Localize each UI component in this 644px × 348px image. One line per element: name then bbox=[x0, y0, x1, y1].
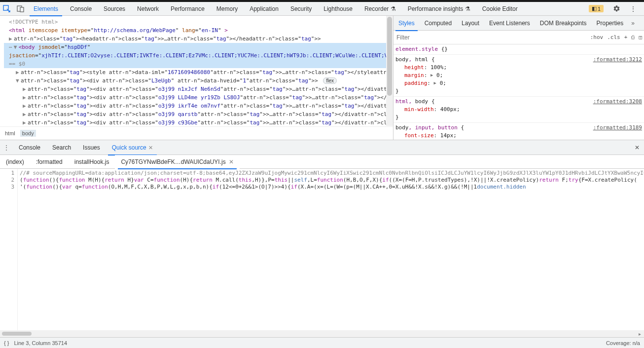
tab-recorder-[interactable]: Recorder ⚗ bbox=[358, 2, 402, 16]
tab-network[interactable]: Network bbox=[131, 2, 165, 16]
styles-tab-dom-breakpoints[interactable]: DOM Breakpoints bbox=[535, 16, 592, 31]
tree-node-selected[interactable]: ⋯▼<body jsmodel="hspDDf" jsaction="xjhTI… bbox=[4, 43, 393, 68]
source-link[interactable]: :formatted:3212 bbox=[593, 56, 642, 64]
tree-node[interactable]: ▼attr-n">class="tag"><div attr-n">class=… bbox=[4, 77, 393, 85]
crumb-html[interactable]: html bbox=[3, 130, 17, 137]
drawer-tab-issues[interactable]: Issues bbox=[77, 140, 106, 155]
tab-console[interactable]: Console bbox=[64, 2, 98, 16]
styles-tab-computed[interactable]: Computed bbox=[420, 16, 457, 31]
close-icon[interactable]: ✕ bbox=[229, 158, 234, 165]
tree-node[interactable]: ▶attr-n">class="tag"><div attr-n">class=… bbox=[4, 102, 393, 110]
gear-icon[interactable] bbox=[609, 2, 623, 16]
source-tab[interactable]: :formatted bbox=[30, 155, 69, 169]
scrollbar-horizontal[interactable]: ▸ bbox=[0, 330, 644, 337]
tab-elements[interactable]: Elements bbox=[28, 2, 64, 16]
tree-node[interactable]: <!DOCTYPE html> bbox=[4, 18, 393, 26]
flex-badge[interactable]: flex bbox=[323, 77, 337, 84]
drawer-kebab-icon[interactable]: ⋮ bbox=[0, 144, 13, 151]
css-rule[interactable]: :formatted:3212body, html {height: 100%;… bbox=[394, 55, 644, 97]
tab-performance-insights-[interactable]: Performance insights ⚗ bbox=[402, 2, 476, 16]
crumb-body[interactable]: body bbox=[20, 130, 36, 137]
styles-tab-strip: StylesComputedLayoutEvent ListenersDOM B… bbox=[394, 16, 644, 31]
tab-sources[interactable]: Sources bbox=[98, 2, 131, 16]
drawer-tab-search[interactable]: Search bbox=[46, 140, 77, 155]
tree-node[interactable]: ▶attr-n">class="tag"><div attr-n">class=… bbox=[4, 118, 393, 126]
source-link[interactable]: :formatted:3189 bbox=[593, 124, 642, 132]
tab-security[interactable]: Security bbox=[285, 2, 318, 16]
tab-cookie-editor[interactable]: Cookie Editor bbox=[476, 2, 524, 16]
coverage-status: Coverage: n/a bbox=[606, 340, 640, 346]
tree-node[interactable]: ▶attr-n">class="tag"><headattr-n">class=… bbox=[4, 35, 393, 43]
pretty-print-icon[interactable]: { } bbox=[4, 340, 9, 346]
css-rule[interactable]: :formatted:3189body, input, button {font… bbox=[394, 123, 644, 140]
close-icon[interactable]: ✕ bbox=[148, 145, 153, 151]
cls-toggle[interactable]: .cls bbox=[605, 34, 622, 40]
css-rule[interactable]: element.style {} bbox=[394, 44, 644, 55]
styles-tab-styles[interactable]: Styles bbox=[394, 16, 420, 31]
kebab-icon[interactable]: ⋮ bbox=[626, 2, 640, 16]
breadcrumb: htmlbody bbox=[0, 126, 393, 139]
code-editor[interactable]: 123 //# sourceMappingURL=data:applicatio… bbox=[0, 169, 644, 330]
hov-toggle[interactable]: :hov bbox=[588, 34, 606, 40]
elements-panel: <!DOCTYPE html><html itemscope itemtype=… bbox=[0, 16, 394, 140]
cursor-position: Line 3, Column 35714 bbox=[14, 340, 67, 346]
tab-performance[interactable]: Performance bbox=[165, 2, 211, 16]
styles-tab-properties[interactable]: Properties bbox=[592, 16, 629, 31]
dom-tree[interactable]: <!DOCTYPE html><html itemscope itemtype=… bbox=[0, 16, 393, 126]
source-tab-strip: (index):formattedinstallHook.jsCy76TGYNw… bbox=[0, 155, 644, 169]
drawer-tab-console[interactable]: Console bbox=[13, 140, 46, 155]
device-toggle-icon[interactable] bbox=[14, 2, 28, 16]
tree-node[interactable]: ▶attr-n">class="tag"><style attr-n">data… bbox=[4, 68, 393, 77]
close-drawer-icon[interactable]: ✕ bbox=[630, 144, 644, 151]
status-bar: { } Line 3, Column 35714 Coverage: n/a bbox=[0, 337, 644, 348]
new-rule-icon[interactable]: + bbox=[622, 34, 630, 40]
source-tab[interactable]: installHook.js bbox=[69, 155, 115, 169]
styles-panel: StylesComputedLayoutEvent ListenersDOM B… bbox=[394, 16, 644, 140]
source-link[interactable]: :formatted:3208 bbox=[593, 98, 642, 106]
tree-node[interactable]: ▶attr-n">class="tag"><div attr-n">class=… bbox=[4, 85, 393, 93]
styles-tab-layout[interactable]: Layout bbox=[457, 16, 484, 31]
svg-rect-2 bbox=[20, 7, 24, 12]
inspect-icon[interactable] bbox=[0, 2, 14, 16]
tree-node[interactable]: ▶attr-n">class="tag"><div attr-n">class=… bbox=[4, 110, 393, 118]
styles-filter-input[interactable] bbox=[394, 32, 588, 43]
drawer-tab-quick-source[interactable]: Quick source✕ bbox=[106, 140, 159, 155]
source-tab[interactable]: (index) bbox=[0, 155, 30, 169]
scrollbar-vertical[interactable] bbox=[386, 16, 393, 126]
computed-toggle-icon[interactable]: ◫ bbox=[637, 34, 644, 40]
tree-node[interactable]: ▶attr-n">class="tag"><div attr-n">class=… bbox=[4, 93, 393, 102]
tab-memory[interactable]: Memory bbox=[211, 2, 244, 16]
print-icon[interactable]: ⎙ bbox=[629, 34, 637, 40]
more-tabs-icon[interactable]: » bbox=[628, 20, 638, 27]
tab-lighthouse[interactable]: Lighthouse bbox=[318, 2, 358, 16]
main-tab-strip: ElementsConsoleSourcesNetworkPerformance… bbox=[0, 2, 644, 16]
tab-application[interactable]: Application bbox=[244, 2, 285, 16]
styles-tab-event-listeners[interactable]: Event Listeners bbox=[484, 16, 535, 31]
source-tab[interactable]: Cy76TGYNwlBdeFK…dWAUlCdaUYI.js✕ bbox=[115, 155, 239, 169]
drawer-tab-strip: ⋮ ConsoleSearchIssuesQuick source✕✕ bbox=[0, 140, 644, 155]
drawer: ⋮ ConsoleSearchIssuesQuick source✕✕ (ind… bbox=[0, 140, 644, 348]
tree-node[interactable]: <html itemscope itemtype="http://schema.… bbox=[4, 26, 393, 35]
issues-badge[interactable]: ◧1 bbox=[589, 5, 604, 12]
css-rule[interactable]: :formatted:3208html, body {min-width: 40… bbox=[394, 97, 644, 123]
